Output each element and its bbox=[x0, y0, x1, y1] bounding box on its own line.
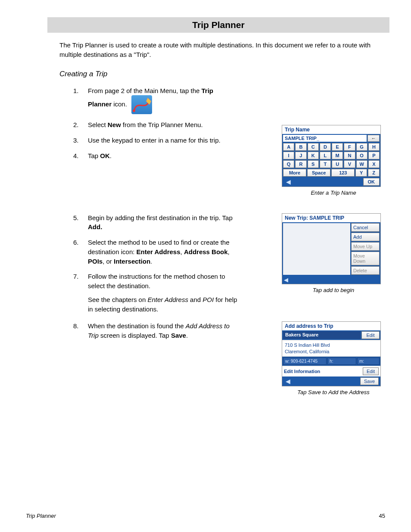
movedown-button: Move Down bbox=[351, 252, 380, 265]
step-4: 4. Tap OK. bbox=[73, 151, 269, 161]
key-a[interactable]: A bbox=[283, 143, 294, 151]
key-c[interactable]: C bbox=[308, 143, 319, 151]
trip-planner-icon bbox=[131, 95, 152, 114]
key-n[interactable]: N bbox=[344, 152, 355, 159]
backspace-key[interactable]: ← bbox=[367, 135, 380, 142]
key-row-4: More Space 123 Y Z bbox=[282, 168, 380, 177]
newtrip-screenshot: New Trip: SAMPLE TRIP Cancel Add Move Up… bbox=[282, 213, 381, 284]
edit-info-button[interactable]: Edit bbox=[363, 367, 379, 375]
key-x[interactable]: X bbox=[368, 160, 380, 168]
back-arrow-icon[interactable]: ◀ bbox=[284, 377, 292, 385]
key-space[interactable]: Space bbox=[307, 169, 330, 177]
ok-button[interactable]: OK bbox=[363, 178, 380, 186]
addaddress-screenshot: Add address to Trip Bakers Square Edit 7… bbox=[282, 321, 381, 386]
key-i[interactable]: I bbox=[283, 152, 294, 159]
keypad-input[interactable]: SAMPLE TRIP_ bbox=[283, 135, 367, 142]
back-arrow-icon[interactable]: ◀ bbox=[282, 276, 380, 284]
phone-home[interactable]: h: bbox=[327, 358, 356, 365]
step-6: 6. Select the method to be used to find … bbox=[73, 238, 269, 266]
section-title: Creating a Trip bbox=[59, 70, 385, 78]
key-h[interactable]: H bbox=[368, 143, 380, 151]
key-f[interactable]: F bbox=[344, 143, 355, 151]
keypad-screenshot: Trip Name SAMPLE TRIP_ ← A B C D E F G H… bbox=[282, 125, 381, 187]
footer-title: Trip Planner bbox=[26, 513, 56, 519]
step-5: 5. Begin by adding the first destination… bbox=[73, 213, 269, 232]
page-header: Trip Planner bbox=[47, 17, 389, 33]
key-v[interactable]: V bbox=[344, 160, 355, 168]
addaddr-title: Add address to Trip bbox=[282, 322, 380, 330]
save-button[interactable]: Save bbox=[360, 377, 379, 385]
key-t[interactable]: T bbox=[320, 160, 331, 168]
key-e[interactable]: E bbox=[332, 143, 343, 151]
key-more[interactable]: More bbox=[283, 169, 306, 177]
intro-text: The Trip Planner is used to create a rou… bbox=[59, 40, 385, 59]
address-block: 710 S Indian Hill Blvd Claremont, Califo… bbox=[282, 340, 380, 357]
key-w[interactable]: W bbox=[356, 160, 367, 168]
key-row-1: A B C D E F G H bbox=[282, 143, 380, 151]
step-7: 7. Follow the instructions for the metho… bbox=[73, 272, 269, 314]
newtrip-list bbox=[283, 223, 350, 275]
page-number: 45 bbox=[379, 513, 385, 519]
delete-button: Delete bbox=[351, 266, 380, 275]
key-j[interactable]: J bbox=[295, 152, 306, 159]
key-d[interactable]: D bbox=[320, 143, 331, 151]
phone-mobile[interactable]: m: bbox=[357, 358, 380, 365]
key-r[interactable]: R bbox=[295, 160, 306, 168]
moveup-button: Move Up bbox=[351, 242, 380, 251]
newtrip-caption: Tap add to begin bbox=[282, 287, 385, 293]
step-1: 1. From page 2 of the Main Menu, tap the… bbox=[73, 86, 269, 115]
key-p[interactable]: P bbox=[368, 152, 380, 159]
key-s[interactable]: S bbox=[308, 160, 319, 168]
keypad-caption: Enter a Trip Name bbox=[282, 190, 385, 196]
key-l[interactable]: L bbox=[320, 152, 331, 159]
key-z[interactable]: Z bbox=[368, 169, 380, 177]
phone-work[interactable]: w: 909-621-4745 bbox=[283, 358, 327, 365]
key-123[interactable]: 123 bbox=[331, 169, 355, 177]
key-m[interactable]: M bbox=[332, 152, 343, 159]
svg-point-1 bbox=[133, 109, 135, 112]
key-g[interactable]: G bbox=[356, 143, 367, 151]
back-arrow-icon[interactable]: ◀ bbox=[283, 178, 293, 186]
add-button[interactable]: Add bbox=[351, 233, 380, 241]
addaddr-caption: Tap Save to Add the Address bbox=[282, 389, 385, 395]
edit-information-label: Edit Information bbox=[284, 369, 363, 374]
key-y[interactable]: Y bbox=[355, 169, 367, 177]
keypad-title: Trip Name bbox=[282, 125, 380, 134]
key-o[interactable]: O bbox=[356, 152, 367, 159]
cancel-button[interactable]: Cancel bbox=[351, 223, 380, 232]
key-u[interactable]: U bbox=[332, 160, 343, 168]
key-k[interactable]: K bbox=[308, 152, 319, 159]
key-row-2: I J K L M N O P bbox=[282, 151, 380, 160]
step-2: 2. Select New from the Trip Planner Menu… bbox=[73, 120, 269, 130]
step-8: 8. When the destination is found the Add… bbox=[73, 321, 269, 340]
step-3: 3. Use the keypad to enter in a name for… bbox=[73, 136, 269, 145]
key-q[interactable]: Q bbox=[283, 160, 294, 168]
key-row-3: Q R S T U V W X bbox=[282, 160, 380, 168]
poi-name: Bakers Square bbox=[283, 331, 361, 339]
newtrip-title: New Trip: SAMPLE TRIP bbox=[282, 214, 380, 222]
key-b[interactable]: B bbox=[295, 143, 306, 151]
edit-name-button[interactable]: Edit bbox=[361, 331, 380, 339]
